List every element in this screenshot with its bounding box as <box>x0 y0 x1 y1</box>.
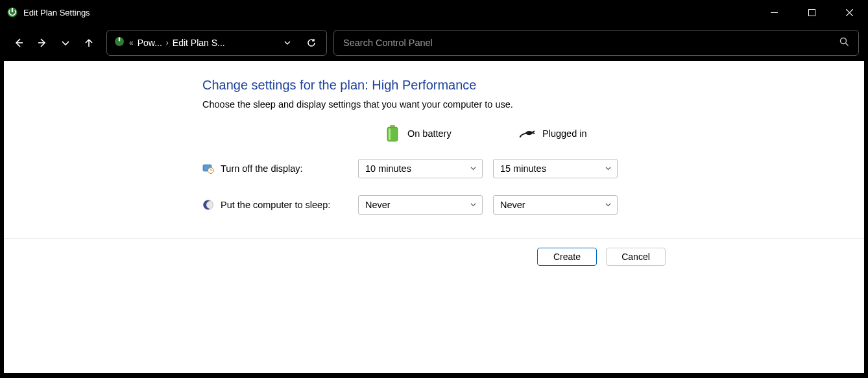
svg-rect-3 <box>808 9 815 16</box>
page-heading: Change settings for the plan: High Perfo… <box>202 78 669 93</box>
chevron-right-icon: › <box>166 38 169 47</box>
svg-rect-1 <box>12 8 13 12</box>
plug-icon <box>519 125 536 142</box>
svg-point-15 <box>525 131 532 135</box>
svg-rect-9 <box>119 38 120 41</box>
window-title: Edit Plan Settings <box>23 8 90 18</box>
back-button[interactable] <box>8 32 30 54</box>
address-bar[interactable]: « Pow... › Edit Plan S... <box>106 30 327 56</box>
chevron-down-icon <box>605 200 612 210</box>
cancel-button[interactable]: Cancel <box>606 248 666 266</box>
close-button[interactable] <box>830 0 868 25</box>
settings-grid: On battery Plugged in <box>202 125 669 215</box>
sleep-plugged-select[interactable]: Never <box>493 195 618 215</box>
breadcrumb-edit-plan[interactable]: Edit Plan S... <box>173 38 225 48</box>
row-sleep-label: Put the computer to sleep: <box>202 199 348 211</box>
row-display-text: Turn off the display: <box>221 163 303 174</box>
column-header-battery: On battery <box>358 125 483 142</box>
search-icon <box>839 37 849 49</box>
column-header-plugged-label: Plugged in <box>542 128 587 139</box>
content-area: Change settings for the plan: High Perfo… <box>4 61 864 373</box>
column-header-battery-label: On battery <box>407 128 452 139</box>
display-timer-icon <box>202 163 214 174</box>
sleep-battery-select[interactable]: Never <box>358 195 483 215</box>
display-battery-select[interactable]: 10 minutes <box>358 159 483 178</box>
recent-dropdown-button[interactable] <box>54 32 77 54</box>
sleep-moon-icon <box>202 199 214 211</box>
chevron-down-icon <box>470 200 477 210</box>
create-button-label: Create <box>553 252 581 262</box>
sleep-plugged-value: Never <box>500 200 525 210</box>
chevron-down-icon <box>605 163 612 174</box>
power-options-icon <box>114 36 125 50</box>
minimize-button[interactable] <box>755 0 793 25</box>
maximize-button[interactable] <box>793 0 830 25</box>
battery-icon <box>384 125 401 142</box>
page-subtext: Choose the sleep and display settings th… <box>202 99 669 110</box>
svg-rect-12 <box>390 125 395 127</box>
titlebar: Edit Plan Settings <box>0 0 868 25</box>
address-history-dropdown[interactable] <box>278 39 296 47</box>
column-header-plugged: Plugged in <box>493 125 618 142</box>
display-plugged-value: 15 minutes <box>500 163 546 174</box>
create-button[interactable]: Create <box>537 248 597 266</box>
search-input[interactable] <box>343 38 839 48</box>
app-icon <box>6 6 18 18</box>
window-controls <box>755 0 868 25</box>
svg-line-11 <box>846 43 849 45</box>
titlebar-left: Edit Plan Settings <box>6 6 90 18</box>
display-battery-value: 10 minutes <box>365 163 411 174</box>
footer-buttons: Create Cancel <box>4 239 864 266</box>
search-box[interactable] <box>333 30 859 56</box>
refresh-button[interactable] <box>300 38 322 48</box>
sleep-battery-value: Never <box>365 200 391 210</box>
forward-button[interactable] <box>31 32 53 54</box>
navigation-toolbar: « Pow... › Edit Plan S... <box>0 25 868 61</box>
cancel-button-label: Cancel <box>621 252 650 262</box>
up-button[interactable] <box>78 32 100 54</box>
nav-arrow-group <box>8 32 100 54</box>
row-display-label: Turn off the display: <box>202 163 348 174</box>
row-sleep-text: Put the computer to sleep: <box>221 200 330 210</box>
display-plugged-select[interactable]: 15 minutes <box>493 159 618 178</box>
breadcrumb-power[interactable]: Pow... <box>138 38 162 48</box>
svg-rect-14 <box>389 128 391 140</box>
svg-point-10 <box>841 38 847 43</box>
breadcrumb: « Pow... › Edit Plan S... <box>129 38 274 48</box>
breadcrumb-prefix: « <box>129 38 134 47</box>
chevron-down-icon <box>470 163 477 174</box>
